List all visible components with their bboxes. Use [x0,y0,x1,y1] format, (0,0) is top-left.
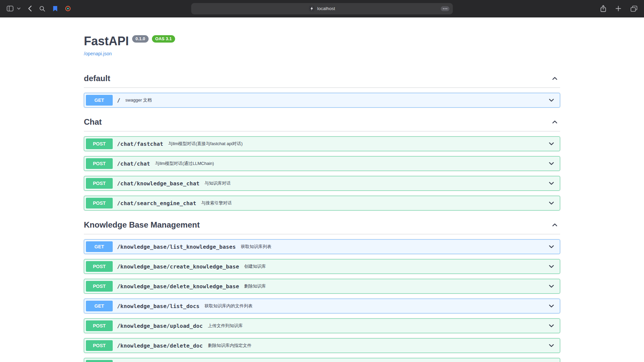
oas-badge: OAS 3.1 [152,35,175,43]
tab-overview-icon [631,6,637,12]
sidebar-icon [7,6,13,11]
method-badge: GET [86,95,113,106]
toolbar-right-group [600,4,638,13]
section-title: Chat [84,117,102,127]
method-badge: POST [86,360,113,362]
operation-description: 与llm模型对话(直接与fastchat api对话) [168,141,548,147]
chevron-down-icon[interactable] [548,140,555,147]
method-badge: POST [86,281,113,292]
operation-row[interactable]: POST/knowledge_base/delete_knowledge_bas… [84,279,560,294]
section-header[interactable]: Chat [84,113,560,131]
api-info: FastAPI0.1.0OAS 3.1 /openapi.json [84,34,560,57]
operation-row[interactable]: POST/chat/fastchat与llm模型对话(直接与fastchat a… [84,136,560,151]
operation-row[interactable]: GET/knowledge_base/list_docs获取知识库内的文件列表 [84,299,560,313]
operation-path: / [117,97,120,104]
share-button[interactable] [600,4,607,13]
chevron-down-icon[interactable] [548,243,555,250]
operation-description: 上传文件到知识库 [208,323,548,329]
swagger-ui-page: FastAPI0.1.0OAS 3.1 /openapi.json defaul… [0,17,644,362]
share-icon [600,5,606,12]
operations-list: GET/knowledge_base/list_knowledge_bases获… [84,239,560,362]
plus-icon [615,6,621,11]
operation-description: 删除知识库 [244,283,548,289]
operation-path: /knowledge_base/create_knowledge_base [117,263,239,270]
url-text: localhost [317,6,335,11]
method-badge: POST [86,138,113,149]
section-title: default [84,74,110,83]
address-bar[interactable]: localhost [191,3,453,14]
api-title-text: FastAPI [84,34,129,48]
chevron-down-icon[interactable] [548,160,555,167]
chevron-up-icon [551,119,558,125]
record-extension-icon [65,6,71,11]
operation-description: 删除知识库内指定文件 [208,343,548,349]
operation-description: 获取知识库列表 [241,244,548,250]
method-badge: POST [86,340,113,351]
method-badge: GET [86,241,113,252]
chevron-down-icon[interactable] [548,180,555,187]
chevron-down-icon[interactable] [548,283,555,290]
operation-row[interactable]: POST/knowledge_base/delete_doc删除知识库内指定文件 [84,338,560,353]
operation-description: 与搜索引擎对话 [201,200,548,206]
operation-row[interactable]: POST/chat/knowledge_base_chat与知识库对话 [84,176,560,191]
back-button[interactable] [27,5,33,12]
sidebar-chevron-button[interactable] [16,7,21,10]
chevron-up-icon [551,75,558,82]
api-sections: defaultGET/swagger 文档ChatPOST/chat/fastc… [84,69,560,362]
new-tab-button[interactable] [615,5,622,12]
record-extension-button[interactable] [64,5,71,12]
operation-path: /chat/chat [117,161,150,167]
section-header[interactable]: default [84,69,560,88]
sidebar-toggle-button[interactable] [6,5,14,12]
chevron-down-icon[interactable] [548,263,555,270]
operation-row[interactable]: POST/chat/chat与llm模型对话(通过LLMChain) [84,156,560,171]
chevron-down-icon[interactable] [548,322,555,329]
operation-row[interactable]: POST/chat/search_engine_chat与搜索引擎对话 [84,196,560,210]
chevron-down-icon[interactable] [548,303,555,309]
method-badge: POST [86,178,113,189]
tab-overview-button[interactable] [630,5,638,12]
bookmark-extension-icon [53,6,58,12]
chevron-down-icon[interactable] [548,97,555,104]
api-section: defaultGET/swagger 文档 [84,69,560,108]
operation-description: 与llm模型对话(通过LLMChain) [155,161,548,167]
operation-row[interactable]: POST/knowledge_base/upload_doc上传文件到知识库 [84,318,560,333]
chevron-down-icon[interactable] [548,342,555,349]
api-section: Knowledge Base ManagementGET/knowledge_b… [84,216,560,362]
operation-row[interactable]: GET/knowledge_base/list_knowledge_bases获… [84,239,560,254]
section-collapse-button[interactable] [549,220,560,230]
operation-path: /chat/knowledge_base_chat [117,180,200,187]
section-collapse-button[interactable] [549,117,560,127]
operation-row[interactable]: GET/swagger 文档 [84,93,560,108]
operation-path: /knowledge_base/delete_doc [117,343,203,349]
site-favicon-icon [309,6,315,11]
operation-row[interactable]: POST/knowledge_base/update_doc更新现有文件到知识库 [84,358,560,362]
chevron-down-icon[interactable] [548,200,555,206]
page-title: FastAPI0.1.0OAS 3.1 [84,34,560,48]
method-badge: POST [86,320,113,331]
operations-list: POST/chat/fastchat与llm模型对话(直接与fastchat a… [84,136,560,210]
operation-path: /knowledge_base/list_knowledge_bases [117,244,236,250]
operation-description: 创建知识库 [244,263,548,269]
openapi-spec-link[interactable]: /openapi.json [84,51,112,56]
chevron-up-icon [551,222,558,228]
operation-path: /knowledge_base/upload_doc [117,323,203,329]
operation-path: /knowledge_base/delete_knowledge_base [117,283,239,290]
bookmark-extension-button[interactable] [52,5,58,12]
operation-row[interactable]: POST/knowledge_base/create_knowledge_bas… [84,259,560,274]
ellipsis-menu-icon[interactable] [441,6,449,11]
chevron-down-icon [17,7,20,10]
operation-description: swagger 文档 [125,97,548,103]
api-section: ChatPOST/chat/fastchat与llm模型对话(直接与fastch… [84,113,560,210]
operation-path: /knowledge_base/list_docs [117,303,200,309]
operation-path: /chat/search_engine_chat [117,200,196,206]
back-icon [28,5,32,12]
section-header[interactable]: Knowledge Base Management [84,216,560,234]
method-badge: POST [86,198,113,208]
method-badge: POST [86,261,113,272]
toolbar-left-group [6,5,71,12]
method-badge: GET [86,301,113,311]
search-button[interactable] [39,5,46,12]
operation-description: 获取知识库内的文件列表 [205,303,548,309]
section-collapse-button[interactable] [549,74,560,83]
